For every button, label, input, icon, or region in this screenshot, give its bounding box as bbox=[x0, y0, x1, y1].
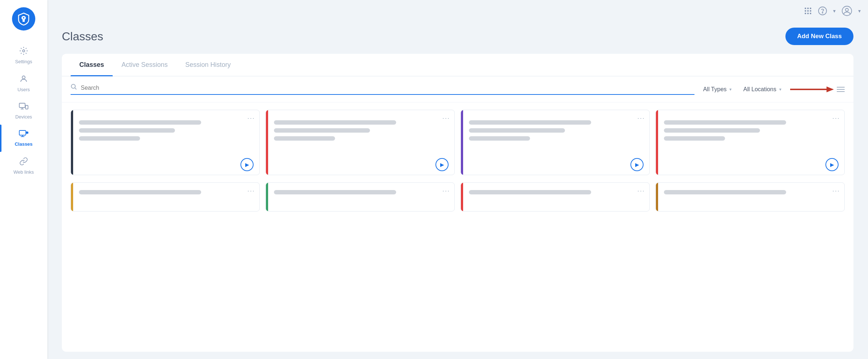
class-card-7[interactable]: ··· bbox=[461, 182, 650, 211]
app-logo[interactable] bbox=[12, 7, 35, 31]
card-menu-button[interactable]: ··· bbox=[637, 114, 645, 122]
tabs-bar: Classes Active Sessions Session History bbox=[62, 54, 853, 76]
card-color-bar bbox=[656, 183, 658, 211]
users-icon bbox=[19, 74, 28, 85]
search-input[interactable] bbox=[81, 85, 694, 91]
card-content: ··· bbox=[266, 183, 454, 202]
card-color-bar bbox=[266, 110, 268, 175]
svg-point-2 bbox=[22, 76, 25, 79]
svg-line-26 bbox=[75, 88, 76, 89]
location-filter-label: All Locations bbox=[743, 86, 776, 93]
sidebar-item-classes[interactable]: Classes bbox=[0, 125, 47, 152]
user-avatar[interactable] bbox=[841, 5, 852, 16]
class-card-8[interactable]: ··· bbox=[656, 182, 845, 211]
weblinks-icon bbox=[19, 157, 28, 167]
location-filter-chevron: ▾ bbox=[779, 87, 781, 92]
class-card-5[interactable]: ··· bbox=[71, 182, 260, 211]
sidebar-item-devices[interactable]: Devices bbox=[0, 97, 47, 125]
svg-point-1 bbox=[23, 50, 25, 52]
card-content: ··· bbox=[656, 183, 844, 202]
card-line-1 bbox=[274, 190, 396, 194]
svg-rect-11 bbox=[26, 132, 28, 133]
help-chevron[interactable]: ▾ bbox=[833, 8, 836, 14]
devices-icon bbox=[19, 102, 28, 112]
play-button[interactable]: ▶ bbox=[825, 158, 839, 171]
card-menu-button[interactable]: ··· bbox=[247, 187, 255, 195]
card-color-bar bbox=[266, 183, 268, 211]
grid-icon[interactable] bbox=[804, 7, 812, 15]
class-card-2[interactable]: ··· ▶ bbox=[266, 110, 455, 175]
class-card-3[interactable]: ··· ▶ bbox=[461, 110, 650, 175]
card-content: ··· bbox=[266, 110, 454, 154]
svg-rect-8 bbox=[19, 130, 26, 135]
svg-point-22 bbox=[822, 12, 823, 13]
card-line-2 bbox=[79, 128, 175, 133]
card-content: ··· bbox=[461, 183, 649, 202]
card-color-bar bbox=[71, 110, 73, 175]
tab-session-history[interactable]: Session History bbox=[176, 54, 239, 76]
view-toggle-button[interactable] bbox=[837, 87, 845, 92]
red-arrow-icon bbox=[790, 84, 834, 94]
sidebar: Settings Users Devices bbox=[0, 0, 47, 359]
svg-point-24 bbox=[845, 8, 848, 11]
classes-grid-row1: ··· ▶ ··· ▶ bbox=[62, 102, 853, 182]
play-button[interactable]: ▶ bbox=[435, 158, 449, 171]
main-content: Classes Add New Class Classes Active Ses… bbox=[47, 0, 868, 359]
card-menu-button[interactable]: ··· bbox=[442, 114, 450, 122]
sidebar-settings-label: Settings bbox=[15, 59, 32, 64]
card-line-1 bbox=[79, 190, 201, 194]
user-chevron[interactable]: ▾ bbox=[858, 8, 861, 14]
card-content: ··· bbox=[71, 110, 259, 154]
svg-point-0 bbox=[23, 17, 24, 19]
svg-rect-3 bbox=[19, 103, 25, 108]
play-button[interactable]: ▶ bbox=[240, 158, 254, 171]
card-line-2 bbox=[469, 128, 565, 133]
svg-rect-17 bbox=[810, 10, 811, 12]
svg-rect-16 bbox=[807, 10, 809, 12]
card-content: ··· bbox=[71, 183, 259, 202]
play-button[interactable]: ▶ bbox=[630, 158, 644, 171]
settings-icon bbox=[19, 47, 28, 57]
card-footer: ▶ bbox=[461, 154, 649, 175]
card-menu-button[interactable]: ··· bbox=[442, 187, 450, 195]
sidebar-item-users[interactable]: Users bbox=[0, 69, 47, 97]
add-new-class-button[interactable]: Add New Class bbox=[785, 28, 853, 45]
type-filter-button[interactable]: All Types ▾ bbox=[700, 85, 735, 94]
card-content: ··· bbox=[656, 110, 844, 154]
card-line-1 bbox=[664, 120, 786, 125]
card-line-3 bbox=[79, 136, 140, 141]
sidebar-devices-label: Devices bbox=[15, 114, 32, 120]
card-color-bar bbox=[461, 183, 463, 211]
svg-rect-14 bbox=[810, 8, 811, 9]
svg-rect-13 bbox=[807, 8, 809, 9]
tab-classes[interactable]: Classes bbox=[71, 54, 113, 76]
card-line-2 bbox=[664, 128, 760, 133]
card-menu-button[interactable]: ··· bbox=[247, 114, 255, 122]
tab-active-sessions[interactable]: Active Sessions bbox=[113, 54, 176, 76]
card-footer: ▶ bbox=[266, 154, 454, 175]
search-icon bbox=[71, 84, 77, 92]
svg-marker-28 bbox=[827, 86, 834, 92]
card-menu-button[interactable]: ··· bbox=[832, 114, 840, 122]
class-card-1[interactable]: ··· ▶ bbox=[71, 110, 260, 175]
location-filter-button[interactable]: All Locations ▾ bbox=[740, 85, 784, 94]
page-title: Classes bbox=[62, 30, 103, 43]
svg-rect-12 bbox=[805, 8, 806, 9]
card-line-3 bbox=[664, 136, 725, 141]
svg-rect-20 bbox=[810, 13, 811, 14]
sidebar-item-weblinks[interactable]: Web links bbox=[0, 152, 47, 180]
class-card-6[interactable]: ··· bbox=[266, 182, 455, 211]
sidebar-users-label: Users bbox=[17, 87, 30, 92]
card-color-bar bbox=[656, 110, 658, 175]
top-bar: ▾ ▾ bbox=[47, 0, 868, 22]
sidebar-item-settings[interactable]: Settings bbox=[0, 41, 47, 69]
card-footer: ▶ bbox=[71, 154, 259, 175]
card-menu-button[interactable]: ··· bbox=[637, 187, 645, 195]
class-card-4[interactable]: ··· ▶ bbox=[656, 110, 845, 175]
card-menu-button[interactable]: ··· bbox=[832, 187, 840, 195]
sidebar-weblinks-label: Web links bbox=[13, 169, 34, 175]
filters-row: All Types ▾ All Locations ▾ bbox=[62, 76, 853, 102]
card-content: ··· bbox=[461, 110, 649, 154]
help-icon[interactable] bbox=[818, 6, 827, 16]
card-line-1 bbox=[79, 120, 201, 125]
